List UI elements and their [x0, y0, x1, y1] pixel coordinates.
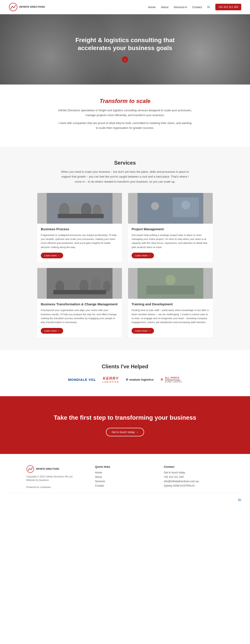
footer-contact-col: Contact Get in touch today +61 412 311 3… — [164, 465, 224, 488]
footer-logo-icon — [26, 465, 34, 473]
transform-para2: I work with companies that are proud of … — [57, 121, 193, 130]
arrow-down-icon: ↓ — [124, 58, 126, 61]
client-logo-noatum: ⚙ noatum logistics — [126, 378, 154, 381]
svg-point-24 — [148, 276, 158, 286]
footer-quick-links-title: Quick links — [95, 465, 155, 468]
svg-point-25 — [165, 275, 176, 285]
client-logo-kerry: KERRY LOGISTICS — [103, 376, 119, 383]
learn-more-button-3[interactable]: Learn more → — [132, 328, 154, 334]
svg-rect-7 — [58, 214, 104, 218]
service-desc-0: Fragmented or unaligned processes can im… — [41, 233, 118, 249]
svg-rect-27 — [146, 286, 195, 294]
service-name-3: Training and Development — [132, 302, 209, 306]
services-title: Services — [37, 160, 213, 166]
footer-get-in-touch: Get in touch today — [164, 471, 224, 474]
cta-button[interactable]: Get in touch today → — [106, 428, 144, 436]
cta-title: Take the first step to transforming your… — [9, 414, 241, 422]
logo-icon — [9, 3, 17, 12]
service-name-0: Business Process — [41, 227, 118, 231]
service-name-2: Business Transformation & Change Managem… — [41, 302, 118, 306]
footer-contact-title: Contact — [164, 465, 224, 468]
footer-phone: +61 412 311 343 — [164, 476, 224, 478]
mondiale-text: MONDIALE VGL — [68, 378, 96, 382]
services-section: Services When you need to scale your bus… — [0, 146, 250, 350]
services-subtitle: When you need to scale your business – b… — [59, 170, 191, 184]
footer-links-col: Quick links Home About Services Contact — [95, 465, 155, 488]
navigation: INFINITE DIRECTIONS Home About Services … — [0, 0, 250, 14]
transform-title: Transform to scale — [57, 98, 193, 104]
hero-title: Freight & logistics consulting that acce… — [70, 36, 180, 52]
hero-content: Freight & logistics consulting that acce… — [70, 36, 180, 63]
nav-links: Home About Services ▾ Contact in +61 412… — [148, 4, 241, 10]
clients-section: Clients I've Helped MONDIALE VGL KERRY L… — [0, 350, 250, 396]
linkedin-icon[interactable]: in — [207, 5, 210, 9]
footer-link-services[interactable]: Services — [95, 480, 155, 483]
nav-services[interactable]: Services ▾ — [174, 6, 187, 9]
footer-powered-by: Powered by Limepulse — [26, 486, 86, 488]
nav-about[interactable]: About — [161, 6, 168, 9]
learn-more-button-1[interactable]: Learn more → — [132, 253, 154, 258]
learn-more-button-0[interactable]: Learn more → — [41, 253, 63, 258]
svg-point-12 — [151, 202, 159, 210]
footer: INFINITE DIRECTIONS Copyright © 2022 Inf… — [0, 454, 250, 509]
footer-logo: INFINITE DIRECTIONS — [26, 465, 86, 473]
service-card-business-process: Business Process Fragmented or unaligned… — [37, 193, 122, 262]
cta-section: Take the first step to transforming your… — [0, 396, 250, 454]
footer-bottom: in — [9, 493, 241, 502]
service-image-training-development — [128, 268, 213, 299]
learn-more-button-2[interactable]: Learn more → — [41, 328, 63, 334]
client-logo-allports: ✕ ALL PORTS INTERNATIONAL GLOBAL LOGISTI… — [160, 377, 182, 382]
nav-phone-button[interactable]: +61 412 311 343 — [215, 4, 241, 10]
service-image-project-management — [128, 193, 213, 224]
clients-logos: MONDIALE VGL KERRY LOGISTICS ⚙ noatum lo… — [37, 376, 213, 383]
nav-home[interactable]: Home — [148, 6, 156, 9]
footer-link-contact[interactable]: Contact — [95, 484, 155, 487]
services-grid: Business Process Fragmented or unaligned… — [37, 193, 213, 337]
service-desc-1: Get expert help putting a strategic proj… — [132, 233, 209, 249]
hero-section: Freight & logistics consulting that acce… — [0, 14, 250, 84]
clients-title: Clients I've Helped — [37, 364, 213, 370]
transform-para1: Infinite Directions specialises in freig… — [57, 108, 193, 118]
svg-rect-21 — [53, 290, 106, 294]
footer-brand-name: INFINITE DIRECTIONS — [36, 468, 59, 470]
footer-brand-col: INFINITE DIRECTIONS Copyright © 2022 Inf… — [26, 465, 86, 488]
service-desc-2: Futureproof your organisation and align … — [41, 308, 118, 324]
transform-section: Transform to scale Infinite Directions s… — [0, 84, 250, 146]
service-card-project-management: Project Management Get expert help putti… — [128, 193, 213, 262]
service-name-1: Project Management — [132, 227, 209, 231]
footer-copyright: Copyright © 2022 Infinite Directions Pty… — [26, 475, 86, 478]
service-card-business-transformation: Business Transformation & Change Managem… — [37, 268, 122, 337]
client-logo-mondiale: MONDIALE VGL — [68, 378, 96, 382]
svg-point-19 — [91, 278, 101, 292]
logo[interactable]: INFINITE DIRECTIONS — [9, 3, 45, 12]
service-image-business-process — [37, 193, 122, 224]
footer-link-home[interactable]: Home — [95, 471, 155, 474]
nav-contact[interactable]: Contact — [192, 6, 202, 9]
hero-scroll-button[interactable]: ↓ — [122, 56, 128, 62]
service-image-business-transformation — [37, 268, 122, 299]
brand-name: INFINITE DIRECTIONS — [19, 6, 45, 8]
footer-address: Sydney NSW AUSTRALIA — [164, 484, 224, 487]
footer-linkedin-icon[interactable]: in — [238, 498, 241, 502]
footer-email: info@infinitedirections.com.au — [164, 480, 224, 483]
footer-website-credit: Website by Quantum — [26, 479, 86, 481]
service-card-training-development: Training and Development Finding time to… — [128, 268, 213, 337]
footer-link-about[interactable]: About — [95, 476, 155, 478]
svg-point-13 — [181, 200, 190, 210]
svg-point-26 — [184, 276, 192, 285]
service-desc-3: Finding time to train staff – particular… — [132, 308, 209, 324]
